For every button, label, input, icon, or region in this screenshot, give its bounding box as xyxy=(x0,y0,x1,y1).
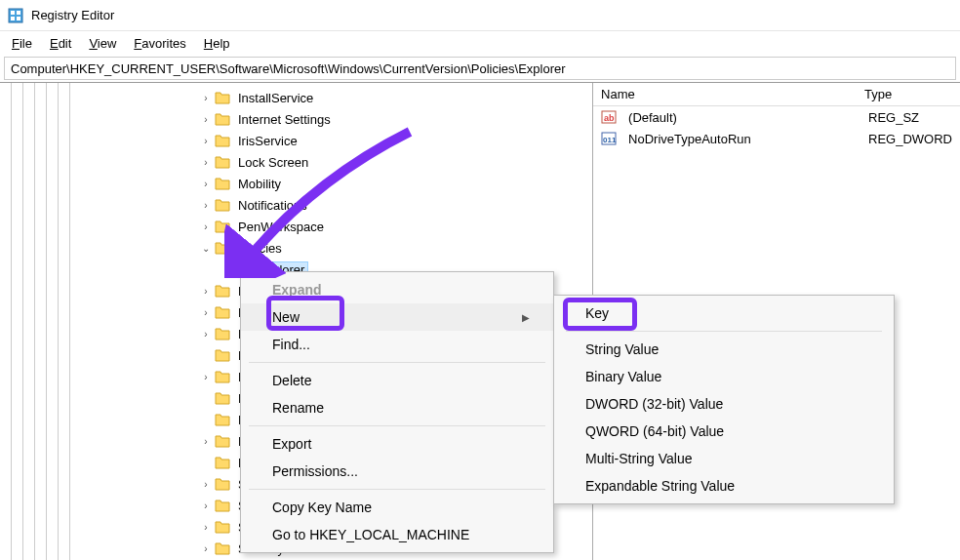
expand-icon[interactable]: › xyxy=(199,179,213,189)
expand-icon[interactable]: › xyxy=(199,307,213,318)
tree-item-label: PenWorkspace xyxy=(234,219,328,235)
menu-file[interactable]: File xyxy=(4,34,40,53)
ctx-rename[interactable]: Rename xyxy=(241,394,553,421)
folder-icon xyxy=(215,155,230,169)
value-row[interactable]: 011NoDriveTypeAutoRunREG_DWORD xyxy=(593,128,960,149)
menu-edit[interactable]: Edit xyxy=(42,34,79,53)
tree-item-label: IrisService xyxy=(234,133,301,149)
tree-item[interactable]: ›IrisService xyxy=(199,130,388,151)
window-title: Registry Editor xyxy=(31,8,114,22)
context-submenu-new: Key String Value Binary Value DWORD (32-… xyxy=(553,295,895,504)
value-row[interactable]: ab(Default)REG_SZ xyxy=(593,106,960,128)
folder-icon xyxy=(215,112,230,126)
tree-item[interactable]: ›InstallService xyxy=(199,87,388,108)
svg-rect-4 xyxy=(17,17,20,20)
ctx-new-qword[interactable]: QWORD (64-bit) Value xyxy=(554,418,894,445)
folder-icon xyxy=(215,477,230,491)
expand-icon[interactable]: › xyxy=(199,543,213,554)
expand-icon[interactable]: › xyxy=(199,500,213,511)
ctx-new-dword[interactable]: DWORD (32-bit) Value xyxy=(554,390,894,418)
folder-icon xyxy=(215,284,230,298)
expand-icon[interactable]: › xyxy=(199,93,213,103)
ctx-goto-hklm[interactable]: Go to HKEY_LOCAL_MACHINE xyxy=(241,521,553,548)
address-bar[interactable]: Computer\HKEY_CURRENT_USER\Software\Micr… xyxy=(4,57,956,80)
ctx-new-expandable[interactable]: Expandable String Value xyxy=(554,472,894,500)
tree-item[interactable]: ›Notifications xyxy=(199,194,388,216)
folder-icon xyxy=(215,220,230,233)
chevron-right-icon: ▶ xyxy=(522,312,530,323)
expand-icon[interactable]: › xyxy=(199,200,213,211)
separator xyxy=(249,425,545,426)
folder-icon xyxy=(215,177,230,190)
expand-icon[interactable]: › xyxy=(199,114,213,125)
value-type: REG_DWORD xyxy=(860,130,960,148)
folder-icon xyxy=(215,391,230,405)
folder-icon xyxy=(215,456,230,469)
collapse-icon[interactable]: ⌄ xyxy=(199,243,213,254)
ctx-new-key[interactable]: Key xyxy=(554,300,894,327)
folder-icon xyxy=(215,198,230,212)
tree-item[interactable]: ›PenWorkspace xyxy=(199,216,388,237)
folder-icon xyxy=(215,305,230,319)
value-type: REG_SZ xyxy=(860,108,960,127)
menu-favorites[interactable]: Favorites xyxy=(126,34,193,53)
ctx-export[interactable]: Export xyxy=(241,430,553,458)
folder-icon xyxy=(215,413,230,426)
regedit-app-icon xyxy=(8,8,23,23)
svg-rect-2 xyxy=(17,11,20,15)
expand-icon[interactable]: › xyxy=(199,436,213,447)
folder-icon xyxy=(215,327,230,340)
menu-help[interactable]: Help xyxy=(196,34,238,53)
ctx-new-binary[interactable]: Binary Value xyxy=(554,363,894,390)
expand-icon[interactable]: › xyxy=(199,329,213,340)
menu-view[interactable]: View xyxy=(81,34,124,53)
string-value-icon: ab xyxy=(601,109,617,125)
dword-value-icon: 011 xyxy=(601,131,617,146)
ctx-new-multistring[interactable]: Multi-String Value xyxy=(554,445,894,472)
svg-text:011: 011 xyxy=(603,136,617,144)
tree-item[interactable]: ›Mobility xyxy=(199,173,388,194)
separator xyxy=(249,489,545,490)
expand-icon[interactable]: › xyxy=(199,522,213,533)
ctx-new-string[interactable]: String Value xyxy=(554,336,894,363)
folder-icon xyxy=(215,91,230,104)
tree-item[interactable]: ›Lock Screen xyxy=(199,151,388,173)
ctx-find[interactable]: Find... xyxy=(241,331,553,358)
titlebar: Registry Editor xyxy=(0,0,960,31)
ctx-permissions[interactable]: Permissions... xyxy=(241,458,553,485)
tree-item-label: Lock Screen xyxy=(234,154,312,171)
separator xyxy=(566,331,882,332)
svg-rect-3 xyxy=(11,17,15,20)
ctx-expand: Expand xyxy=(241,276,553,303)
value-name: (Default) xyxy=(620,108,860,127)
folder-icon xyxy=(215,241,230,255)
expand-icon[interactable]: › xyxy=(199,221,213,232)
expand-icon[interactable]: › xyxy=(199,136,213,146)
expand-icon[interactable]: › xyxy=(199,157,213,168)
tree-item-label: Notifications xyxy=(234,197,311,214)
tree-item-label: Policies xyxy=(234,240,286,257)
values-header: Name Type xyxy=(593,83,960,106)
tree-item-label: InstallService xyxy=(234,90,317,106)
separator xyxy=(249,362,545,363)
ctx-delete[interactable]: Delete xyxy=(241,367,553,394)
folder-icon xyxy=(215,348,230,362)
expand-icon[interactable]: › xyxy=(199,372,213,382)
folder-icon xyxy=(215,434,230,448)
svg-rect-1 xyxy=(11,11,15,15)
folder-icon xyxy=(215,370,230,383)
tree-item[interactable]: ›Internet Settings xyxy=(199,108,388,130)
expand-icon[interactable]: › xyxy=(199,479,213,490)
svg-text:ab: ab xyxy=(604,113,615,123)
folder-icon xyxy=(215,541,230,555)
ctx-copy-key-name[interactable]: Copy Key Name xyxy=(241,494,553,521)
ctx-new[interactable]: New▶ xyxy=(241,303,553,331)
tree-item[interactable]: ⌄Policies xyxy=(199,237,388,259)
folder-icon xyxy=(215,520,230,534)
column-header-type[interactable]: Type xyxy=(857,85,960,103)
folder-icon xyxy=(215,134,230,147)
context-menu: Expand New▶ Find... Delete Rename Export… xyxy=(240,271,554,553)
address-path: Computer\HKEY_CURRENT_USER\Software\Micr… xyxy=(11,61,566,76)
expand-icon[interactable]: › xyxy=(199,286,213,297)
column-header-name[interactable]: Name xyxy=(593,85,857,103)
